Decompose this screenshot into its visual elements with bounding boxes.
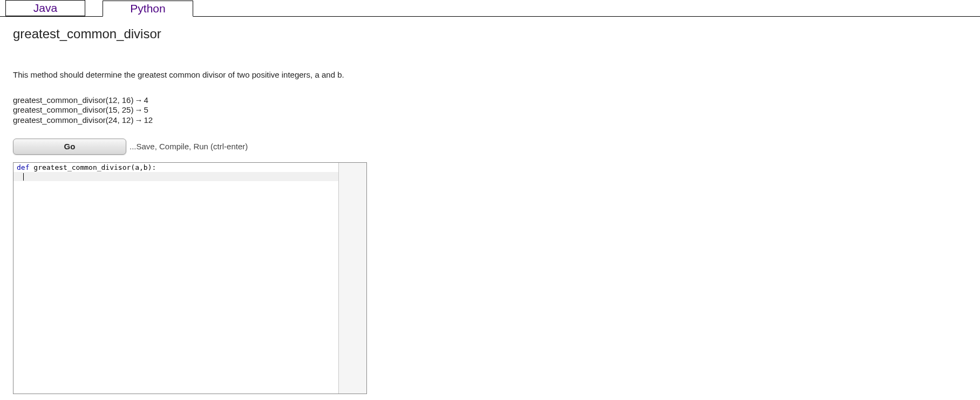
- content-area: greatest_common_divisor This method shou…: [0, 17, 980, 400]
- example-line: greatest_common_divisor(15, 25) → 5: [13, 105, 967, 115]
- arrow-icon: →: [134, 105, 142, 115]
- example-call: greatest_common_divisor(24, 12): [13, 115, 133, 125]
- scrollbar-vertical[interactable]: [338, 163, 366, 394]
- example-result: 5: [144, 105, 148, 114]
- example-result: 4: [144, 95, 148, 105]
- example-line: greatest_common_divisor(24, 12) → 12: [13, 115, 967, 126]
- example-result: 12: [144, 115, 153, 125]
- example-call: greatest_common_divisor(12, 16): [13, 95, 133, 105]
- text-cursor: [23, 173, 24, 181]
- example-call: greatest_common_divisor(15, 25): [13, 105, 133, 114]
- code-editor[interactable]: def greatest_common_divisor(a,b):: [13, 162, 367, 394]
- code-text: greatest_common_divisor(a,b):: [29, 163, 156, 171]
- problem-title: greatest_common_divisor: [13, 26, 967, 42]
- go-row: Go ...Save, Compile, Run (ctrl-enter): [13, 139, 967, 155]
- arrow-icon: →: [134, 115, 142, 126]
- go-hint: ...Save, Compile, Run (ctrl-enter): [130, 142, 248, 151]
- arrow-icon: →: [134, 95, 142, 106]
- editor-line-2-active: [13, 172, 366, 181]
- keyword: def: [17, 163, 29, 171]
- editor-line-1: def greatest_common_divisor(a,b):: [13, 163, 366, 172]
- problem-description: This method should determine the greates…: [13, 70, 428, 80]
- tab-java[interactable]: Java: [5, 0, 85, 16]
- tabs-row: Java Python: [0, 0, 980, 17]
- go-button-label: Go: [64, 142, 76, 151]
- tab-python-label: Python: [130, 2, 165, 15]
- go-button[interactable]: Go: [13, 139, 126, 155]
- tab-java-label: Java: [33, 2, 57, 15]
- tab-python[interactable]: Python: [103, 1, 193, 17]
- examples-block: greatest_common_divisor(12, 16) → 4 grea…: [13, 95, 967, 126]
- example-line: greatest_common_divisor(12, 16) → 4: [13, 95, 967, 106]
